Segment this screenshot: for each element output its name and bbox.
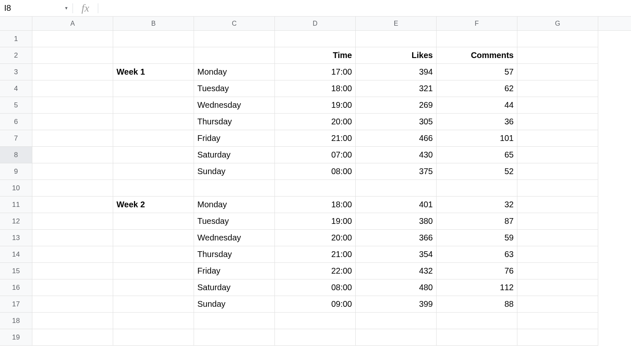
cell[interactable]: 101: [437, 130, 517, 147]
cell[interactable]: [437, 313, 517, 329]
cell[interactable]: [32, 31, 113, 47]
cell[interactable]: 375: [356, 163, 437, 180]
cell[interactable]: Sunday: [194, 163, 275, 180]
cell[interactable]: [32, 64, 113, 80]
cell[interactable]: [517, 197, 598, 213]
cell[interactable]: 20:00: [275, 114, 356, 130]
cell[interactable]: 65: [437, 147, 517, 163]
column-header-a[interactable]: A: [32, 17, 113, 30]
cell[interactable]: 08:00: [275, 279, 356, 296]
column-header-f[interactable]: F: [437, 17, 517, 30]
cell[interactable]: 380: [356, 213, 437, 230]
cell[interactable]: [113, 31, 194, 47]
row-header[interactable]: 1: [0, 31, 32, 47]
cell[interactable]: [32, 313, 113, 329]
cell[interactable]: [437, 180, 517, 197]
cell[interactable]: 269: [356, 97, 437, 114]
name-box[interactable]: I8 ▼: [0, 0, 73, 16]
cell[interactable]: [275, 31, 356, 47]
cell[interactable]: 20:00: [275, 230, 356, 246]
cell[interactable]: [32, 263, 113, 279]
cell[interactable]: [517, 114, 598, 130]
cell[interactable]: 52: [437, 163, 517, 180]
cell[interactable]: [32, 197, 113, 213]
row-header[interactable]: 11: [0, 197, 32, 213]
cell[interactable]: [32, 80, 113, 97]
cell[interactable]: [517, 47, 598, 64]
cell[interactable]: 366: [356, 230, 437, 246]
cell[interactable]: 36: [437, 114, 517, 130]
cell[interactable]: [113, 230, 194, 246]
cell[interactable]: 07:00: [275, 147, 356, 163]
row-header[interactable]: 3: [0, 64, 32, 80]
cell[interactable]: [113, 296, 194, 313]
cell[interactable]: [517, 230, 598, 246]
cell[interactable]: [32, 296, 113, 313]
cell[interactable]: Saturday: [194, 147, 275, 163]
cell[interactable]: [517, 147, 598, 163]
cell[interactable]: 305: [356, 114, 437, 130]
row-header[interactable]: 5: [0, 97, 32, 114]
cell[interactable]: Friday: [194, 263, 275, 279]
cell[interactable]: 432: [356, 263, 437, 279]
select-all-corner[interactable]: [0, 17, 32, 30]
row-header[interactable]: 7: [0, 130, 32, 147]
cell[interactable]: Friday: [194, 130, 275, 147]
row-header[interactable]: 17: [0, 296, 32, 313]
cell[interactable]: [517, 97, 598, 114]
cell[interactable]: [275, 313, 356, 329]
cell[interactable]: 08:00: [275, 163, 356, 180]
cell[interactable]: 88: [437, 296, 517, 313]
name-box-dropdown-icon[interactable]: ▼: [64, 6, 68, 10]
cell[interactable]: 21:00: [275, 246, 356, 263]
cell[interactable]: [113, 263, 194, 279]
cell[interactable]: 57: [437, 64, 517, 80]
cell[interactable]: Wednesday: [194, 230, 275, 246]
cell[interactable]: [32, 213, 113, 230]
cell[interactable]: 76: [437, 263, 517, 279]
cell[interactable]: [517, 163, 598, 180]
cell[interactable]: [194, 329, 275, 346]
cell[interactable]: [517, 279, 598, 296]
cell[interactable]: [113, 213, 194, 230]
cell[interactable]: [32, 230, 113, 246]
cell[interactable]: [194, 31, 275, 47]
cell[interactable]: Tuesday: [194, 80, 275, 97]
cell[interactable]: 09:00: [275, 296, 356, 313]
cell[interactable]: Saturday: [194, 279, 275, 296]
cell[interactable]: [113, 246, 194, 263]
cell-header-likes[interactable]: Likes: [356, 47, 437, 64]
column-header-g[interactable]: G: [517, 17, 598, 30]
cell[interactable]: [113, 80, 194, 97]
cell[interactable]: [517, 313, 598, 329]
cell[interactable]: [113, 114, 194, 130]
row-header[interactable]: 10: [0, 180, 32, 197]
cell[interactable]: 17:00: [275, 64, 356, 80]
cell[interactable]: [113, 163, 194, 180]
cell[interactable]: 354: [356, 246, 437, 263]
cell[interactable]: Tuesday: [194, 213, 275, 230]
cell[interactable]: [113, 147, 194, 163]
row-header[interactable]: 13: [0, 230, 32, 246]
cell[interactable]: [32, 97, 113, 114]
cell[interactable]: 21:00: [275, 130, 356, 147]
cell-week2-label[interactable]: Week 2: [113, 197, 194, 213]
cell[interactable]: 18:00: [275, 197, 356, 213]
cell[interactable]: [356, 313, 437, 329]
cell[interactable]: [32, 329, 113, 346]
cell-week1-label[interactable]: Week 1: [113, 64, 194, 80]
cell[interactable]: 87: [437, 213, 517, 230]
cell[interactable]: 480: [356, 279, 437, 296]
cell[interactable]: 401: [356, 197, 437, 213]
column-header-b[interactable]: B: [113, 17, 194, 30]
cell[interactable]: 59: [437, 230, 517, 246]
cell[interactable]: 466: [356, 130, 437, 147]
cell[interactable]: [32, 130, 113, 147]
cell[interactable]: 19:00: [275, 97, 356, 114]
row-header[interactable]: 2: [0, 47, 32, 64]
row-header[interactable]: 15: [0, 263, 32, 279]
cell[interactable]: [113, 329, 194, 346]
cell[interactable]: 399: [356, 296, 437, 313]
cell[interactable]: [437, 31, 517, 47]
cell[interactable]: [356, 329, 437, 346]
